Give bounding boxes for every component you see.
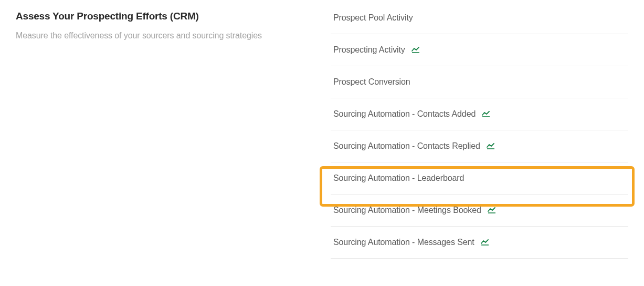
section-header: Assess Your Prospecting Efforts (CRM) Me…: [16, 11, 310, 259]
list-item-label: Sourcing Automation - Meetings Booked: [333, 206, 481, 215]
list-item[interactable]: Prospect Pool Activity: [331, 11, 628, 34]
list-item-label: Sourcing Automation - Leaderboard: [333, 173, 464, 183]
list-item[interactable]: Sourcing Automation - Contacts Replied: [331, 130, 628, 162]
chart-icon: [481, 239, 489, 246]
list-item-label: Prospect Conversion: [333, 77, 410, 87]
list-item[interactable]: Sourcing Automation - Leaderboard: [331, 162, 628, 195]
report-list: Prospect Pool Activity Prospecting Activ…: [331, 11, 628, 259]
list-item-label: Sourcing Automation - Contacts Added: [333, 109, 476, 119]
list-item-label: Sourcing Automation - Messages Sent: [333, 238, 474, 247]
list-item[interactable]: Prospecting Activity: [331, 34, 628, 66]
list-item-label: Sourcing Automation - Contacts Replied: [333, 141, 480, 151]
list-item-label: Prospect Pool Activity: [333, 13, 413, 23]
list-item[interactable]: Prospect Conversion: [331, 66, 628, 98]
list-item[interactable]: Sourcing Automation - Messages Sent: [331, 227, 628, 259]
chart-icon: [482, 111, 490, 117]
list-item[interactable]: Sourcing Automation - Meetings Booked: [331, 195, 628, 227]
chart-icon: [411, 47, 420, 53]
list-item[interactable]: Sourcing Automation - Contacts Added: [331, 98, 628, 130]
chart-icon: [488, 207, 496, 213]
list-item-label: Prospecting Activity: [333, 45, 405, 55]
section-description: Measure the effectiveness of your source…: [16, 29, 310, 43]
section-title: Assess Your Prospecting Efforts (CRM): [16, 11, 310, 22]
chart-icon: [487, 143, 495, 149]
